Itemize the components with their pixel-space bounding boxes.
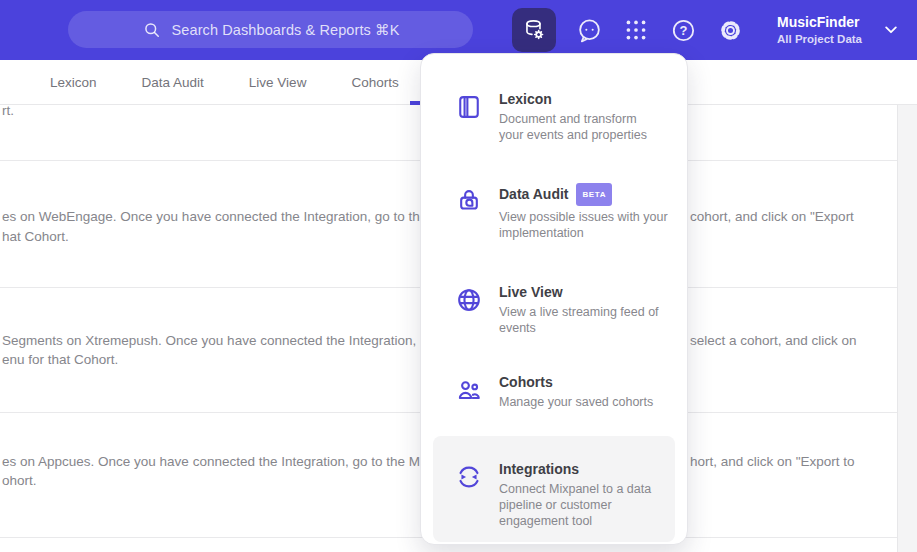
search-icon <box>142 20 162 40</box>
menu-item-live-view[interactable]: Live View View a live streaming feed of … <box>421 283 687 336</box>
data-management-button[interactable] <box>512 8 556 52</box>
project-name: MusicFinder <box>777 14 859 31</box>
apps-grid-button[interactable] <box>622 16 650 44</box>
menu-item-description: View a live streaming feed of events <box>499 304 659 336</box>
menu-item-description: Connect Mixpanel to a data pipeline or c… <box>499 481 651 529</box>
tab-cohorts[interactable]: Cohorts <box>351 75 398 90</box>
menu-item-data-audit[interactable]: Data AuditBETA View possible issues with… <box>421 183 687 241</box>
menu-item-title: Data AuditBETA <box>499 183 668 206</box>
help-icon: ? <box>670 17 697 44</box>
menu-item-title: Cohorts <box>499 373 653 391</box>
bg-text-fragment: select a cohort, and click on <box>690 332 857 350</box>
data-audit-icon <box>455 186 483 214</box>
apps-grid-icon <box>623 17 649 43</box>
beta-badge: BETA <box>576 183 612 206</box>
live-view-icon <box>455 286 483 314</box>
settings-icon <box>717 17 744 44</box>
vertical-scrollbar[interactable] <box>897 105 917 552</box>
bg-text-fragment: es on WebEngage. Once you have connected… <box>2 208 427 226</box>
feedback-icon <box>576 17 603 44</box>
search-placeholder: Search Dashboards & Reports ⌘K <box>172 22 400 38</box>
bg-text-fragment: hort, and click on "Export to <box>690 453 855 471</box>
chevron-down-icon[interactable] <box>885 26 897 34</box>
bg-text-fragment: enu for that Cohort. <box>2 351 118 369</box>
cohorts-icon <box>455 376 483 404</box>
tab-live-view[interactable]: Live View <box>249 75 307 90</box>
bg-text-fragment: es on Appcues. Once you have connected t… <box>2 453 420 471</box>
project-scope: All Project Data <box>777 32 862 46</box>
tab-lexicon[interactable]: Lexicon <box>50 75 97 90</box>
bg-text-fragment: ohort. <box>2 472 37 490</box>
bg-text-fragment: Segments on Xtremepush. Once you have co… <box>2 332 416 350</box>
svg-text:?: ? <box>679 23 687 38</box>
menu-item-integrations[interactable]: Integrations Connect Mixpanel to a data … <box>433 436 675 542</box>
feedback-button[interactable] <box>575 16 603 44</box>
data-management-dropdown: Lexicon Document and transform your even… <box>420 53 688 545</box>
topbar-actions: ? MusicFinder All Project Data <box>512 0 917 60</box>
settings-button[interactable] <box>716 16 744 44</box>
help-button[interactable]: ? <box>669 16 697 44</box>
menu-item-title: Live View <box>499 283 659 301</box>
menu-item-description: Manage your saved cohorts <box>499 394 653 410</box>
tab-data-audit[interactable]: Data Audit <box>142 75 204 90</box>
menu-item-title: Integrations <box>499 460 651 478</box>
menu-item-lexicon[interactable]: Lexicon Document and transform your even… <box>421 90 687 143</box>
menu-item-description: View possible issues with your implement… <box>499 209 668 241</box>
menu-item-description: Document and transform your events and p… <box>499 111 647 143</box>
bg-text-fragment: cohort, and click on "Export <box>690 208 854 226</box>
project-selector[interactable]: MusicFinder All Project Data <box>777 14 862 46</box>
top-bar: Search Dashboards & Reports ⌘K <box>0 0 917 60</box>
lexicon-icon <box>455 93 483 121</box>
data-management-icon <box>521 17 547 43</box>
menu-item-title: Lexicon <box>499 90 647 108</box>
bg-text-fragment: hat Cohort. <box>2 228 69 246</box>
search-input[interactable]: Search Dashboards & Reports ⌘K <box>68 11 473 48</box>
menu-item-cohorts[interactable]: Cohorts Manage your saved cohorts <box>421 373 687 410</box>
integrations-icon <box>455 463 483 491</box>
